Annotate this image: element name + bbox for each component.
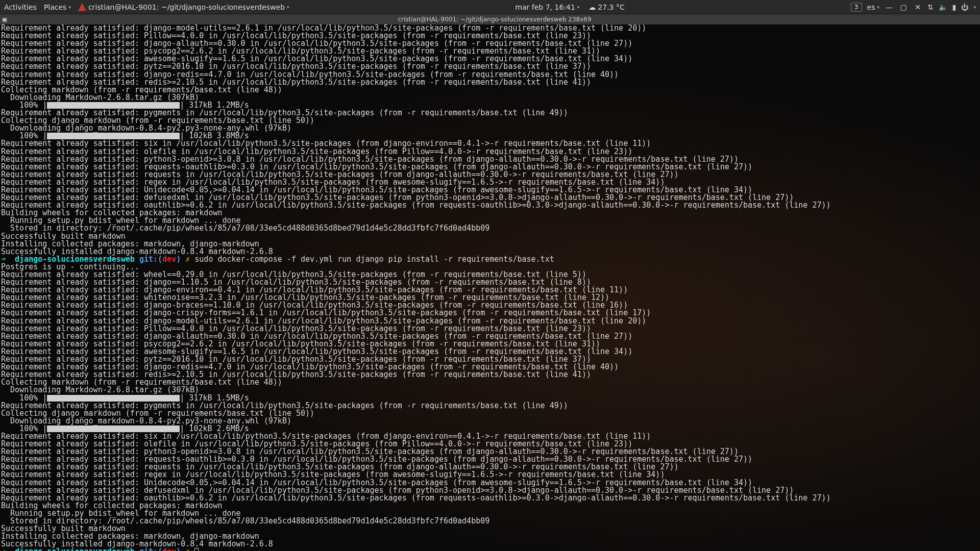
chevron-down-icon: ▾ <box>577 5 580 10</box>
terminal-window: ▣ cristian@HAL-9001: ~/git/django-soluci… <box>0 14 980 551</box>
chevron-down-icon: ▾ <box>287 5 289 10</box>
window-minimize-button[interactable]: — <box>885 3 894 11</box>
places-label: Places <box>44 3 67 11</box>
window-menu-icon[interactable]: ▣ <box>0 16 9 23</box>
terminal-titlebar: ▣ cristian@HAL-9001: ~/git/django-soluci… <box>0 14 980 24</box>
volume-icon[interactable]: 🔈 <box>939 3 947 11</box>
temperature-label: 27.3 °C <box>598 3 624 11</box>
terminal-output[interactable]: Requirement already satisfied: django-mo… <box>0 24 980 551</box>
chevron-down-icon: ▾ <box>973 5 976 10</box>
power-icon[interactable]: ⏻ <box>961 3 968 11</box>
window-maximize-button[interactable]: ▢ <box>899 3 908 11</box>
network-icon[interactable]: ⇅ <box>927 3 934 11</box>
clock-label: mar feb 7, 16:41 <box>515 3 575 11</box>
workspace-indicator[interactable]: 3 <box>851 3 862 12</box>
gnome-top-bar: Activities Places▾ cristian@HAL-9001: ~/… <box>0 0 980 14</box>
terminal-title: cristian@HAL-9001: ~/git/django-solucion… <box>9 16 980 23</box>
terminal-app-icon <box>78 3 86 11</box>
chevron-down-icon: ▾ <box>877 5 879 10</box>
app-menu-title: cristian@HAL-9001: ~/git/django-solucion… <box>88 3 285 11</box>
keyboard-layout-label: es <box>867 3 875 11</box>
places-menu[interactable]: Places▾ <box>44 3 71 11</box>
activities-button[interactable]: Activities <box>4 3 37 11</box>
battery-icon[interactable]: ▮ <box>952 3 957 11</box>
cloud-icon: ☁ <box>589 3 596 11</box>
weather[interactable]: ☁ 27.3 °C <box>589 3 624 11</box>
clock[interactable]: mar feb 7, 16:41▾ <box>515 3 579 11</box>
app-menu[interactable]: cristian@HAL-9001: ~/git/django-solucion… <box>78 3 289 11</box>
keyboard-layout[interactable]: es▾ <box>867 3 879 11</box>
window-close-button[interactable]: ✕ <box>913 3 922 11</box>
chevron-down-icon: ▾ <box>68 5 71 10</box>
